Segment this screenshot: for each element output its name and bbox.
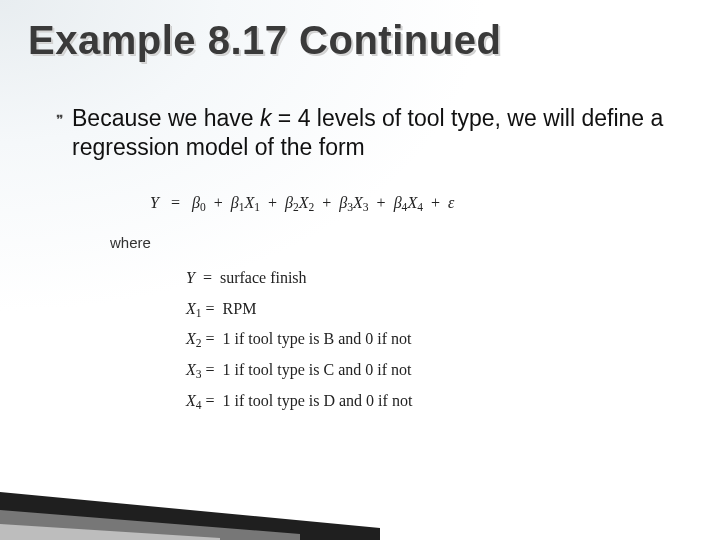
def-X4-s: 4 — [196, 399, 202, 411]
slide-body: ❞ Because we have k = 4 levels of tool t… — [56, 104, 680, 162]
def-X1-s: 1 — [196, 307, 202, 319]
def-X2: X2 = 1 if tool type is B and 0 if not — [186, 324, 454, 355]
def-Y: Y = surface finish — [186, 263, 454, 293]
bullet-text: Because we have k = 4 levels of tool typ… — [72, 104, 680, 162]
slide-title: Example 8.17 Continued — [28, 18, 501, 63]
bullet-eq: = 4 — [271, 105, 310, 131]
eq-b0: β — [192, 194, 200, 211]
def-X3-s: 3 — [196, 368, 202, 380]
eq-X2: X — [299, 194, 309, 211]
eq-b0s: 0 — [200, 201, 206, 213]
def-X4-l: X — [186, 392, 196, 409]
eq-eps: ε — [448, 194, 454, 211]
definitions: Y = surface finish X1 = RPM X2 = 1 if to… — [150, 263, 454, 416]
eq-plus5: + — [431, 194, 440, 211]
eq-equals: = — [171, 194, 180, 211]
def-X1: X1 = RPM — [186, 294, 454, 325]
def-X3-r: 1 if tool type is C and 0 if not — [223, 361, 412, 378]
def-X2-l: X — [186, 330, 196, 347]
eq-plus1: + — [214, 194, 223, 211]
math-block: Y = β0 + β1X1 + β2X2 + β3X3 + β4X4 + ε w… — [150, 188, 454, 417]
eq-X2s: 2 — [309, 201, 315, 213]
bullet-item: ❞ Because we have k = 4 levels of tool t… — [56, 104, 680, 162]
def-X2-r: 1 if tool type is B and 0 if not — [223, 330, 412, 347]
def-X3: X3 = 1 if tool type is C and 0 if not — [186, 355, 454, 386]
where-label: where — [110, 229, 454, 258]
def-Y-r: surface finish — [220, 269, 307, 286]
slide: Example 8.17 Continued ❞ Because we have… — [0, 0, 720, 540]
eq-X3: X — [353, 194, 363, 211]
eq-X4: X — [407, 194, 417, 211]
bullet-icon: ❞ — [56, 104, 64, 134]
eq-plus4: + — [377, 194, 386, 211]
def-X2-s: 2 — [196, 337, 202, 349]
eq-b2: β — [285, 194, 293, 211]
decorative-wedge — [0, 468, 380, 540]
def-X3-l: X — [186, 361, 196, 378]
eq-plus2: + — [268, 194, 277, 211]
eq-b1: β — [231, 194, 239, 211]
eq-plus3: + — [322, 194, 331, 211]
def-X1-l: X — [186, 300, 196, 317]
def-X4-r: 1 if tool type is D and 0 if not — [223, 392, 413, 409]
eq-X4s: 4 — [417, 201, 423, 213]
def-X4: X4 = 1 if tool type is D and 0 if not — [186, 386, 454, 417]
def-Y-l: Y — [186, 269, 195, 286]
bullet-prefix: Because we have — [72, 105, 260, 131]
eq-b4: β — [394, 194, 402, 211]
eq-X1: X — [244, 194, 254, 211]
bullet-kvar: k — [260, 105, 272, 131]
eq-X1s: 1 — [254, 201, 260, 213]
def-X1-r: RPM — [223, 300, 257, 317]
regression-equation: Y = β0 + β1X1 + β2X2 + β3X3 + β4X4 + ε — [150, 188, 454, 219]
eq-Y: Y — [150, 194, 159, 211]
eq-X3s: 3 — [363, 201, 369, 213]
